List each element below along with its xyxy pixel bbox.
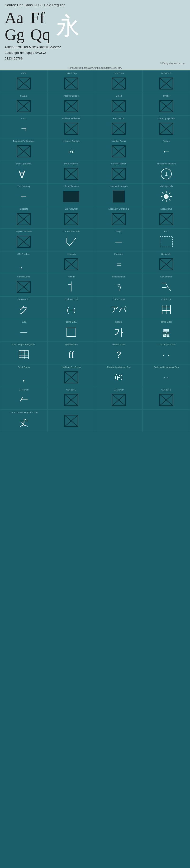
cell-label: Control Pictures (111, 162, 126, 165)
cell-halffull: Half And Full Forms (47, 364, 95, 387)
cell-suppunct: Sup Punctuation (0, 229, 47, 251)
glyph-symbol (16, 76, 31, 92)
cell-label: Enclosed Ideographic Sup (154, 366, 179, 368)
cell-label: CJK Compat Forms (157, 343, 176, 346)
broken-image-icon (64, 258, 78, 271)
cell-label: Jamo Ext B (161, 321, 172, 323)
glyph-symbol (112, 211, 126, 227)
glyph-symbol: ℴ/c (68, 144, 74, 159)
svg-rect-95 (67, 328, 76, 336)
glyph-symbol (112, 392, 126, 408)
broken-image-icon (112, 123, 126, 135)
cell-label: Math Operators (16, 162, 31, 165)
broken-image-icon (16, 213, 31, 225)
glyph-symbol: アパ (111, 302, 126, 318)
cell-hangul: Hangul 가 (95, 319, 143, 342)
cell-diacritics: Diacritics For Symbols (0, 138, 47, 161)
cell-empty3 (143, 409, 190, 432)
broken-image-icon (112, 77, 126, 90)
enclosed-alpha-icon: 🄐 (115, 373, 123, 382)
broken-image-icon (159, 77, 174, 90)
glyph-symbol: 🄐 (115, 370, 123, 385)
cell-label: Misc Technical (64, 162, 78, 165)
cell-label: Greek (116, 95, 122, 97)
glyph-symbol (112, 166, 126, 182)
cell-label: Cyrillic (163, 95, 169, 97)
svg-text:𠂉: 𠂉 (19, 395, 29, 406)
cell-cjkexte: CJK Ext E (143, 387, 190, 409)
cell-cjkcompat2: CJK Compat アパ (95, 297, 143, 319)
comma-icon: , (23, 372, 25, 383)
cell-arrows: Arrows ← (143, 138, 190, 161)
broken-image-icon (16, 145, 31, 157)
broken-image-icon (64, 394, 78, 406)
cell-empty2 (95, 409, 143, 432)
broken-image-icon (16, 100, 31, 112)
svg-line-55 (169, 192, 170, 194)
glyph-symbol (65, 234, 78, 250)
broken-image-icon (64, 415, 78, 427)
broken-image-icon (64, 168, 78, 180)
cell-kanbun: Kanbun (47, 274, 95, 297)
cell-label: Modifier Letters (64, 95, 79, 97)
cell-label: Katakana (114, 253, 123, 255)
cell-bopomofo: Bopomofo (143, 251, 190, 274)
cell-geoshapes: Geometric Shapes (95, 183, 143, 206)
cell-enclosednum: Enclosed Alphanum 1 (143, 161, 190, 183)
glyph-symbol (64, 256, 78, 273)
broken-image-icon (64, 371, 78, 383)
glyph-symbol (159, 211, 174, 227)
cell-enclosedideosup: Enclosed Ideographic Sup · · (143, 364, 190, 387)
radical-icon (65, 236, 78, 248)
broken-image-icon (159, 394, 174, 406)
forall-icon: ∀ (17, 168, 30, 180)
fraction-icon: ℴ/c (68, 148, 74, 154)
glyph-symbol (64, 98, 78, 114)
alphabet-upper: ABCDEFGHIJKLMNOPQRSTUVWXYZ (5, 44, 185, 50)
cell-label: Arrows (163, 140, 169, 142)
glyph-symbol: ＝ (115, 256, 122, 273)
cell-label: Latin Ext A (114, 72, 124, 74)
cell-latinextb: Latin Ext B (143, 70, 190, 93)
cell-label: CJK Symbols (17, 253, 30, 255)
alphabet-lower: abcdefghijklmnopqrstuvwxyz (5, 50, 185, 56)
cell-label: Sup Punctuation (16, 230, 32, 233)
cell-currency: Currency Symbols (143, 116, 190, 138)
cell-e4c: E4C (143, 229, 190, 251)
cell-label: Hangul (115, 321, 122, 323)
cell-label: CJK Ext E (161, 389, 171, 391)
cell-miscsym: Misc Symbols (143, 183, 190, 206)
glyph-symbol (160, 279, 173, 295)
cell-label: Alphabetic PF (65, 343, 78, 346)
cell-label: CJK Ext D (114, 389, 124, 391)
cell-label: Currency Symbols (157, 117, 175, 120)
glyph-symbol (160, 189, 173, 205)
glyph-symbol (112, 144, 126, 159)
svg-line-54 (169, 199, 170, 200)
cell-cjkradicalsup: CJK Radicals Sup (47, 229, 95, 251)
cjkcompat-icon: アパ (111, 304, 126, 315)
broken-image-icon (112, 100, 126, 112)
broken-image-icon (112, 394, 126, 406)
cell-cjk: CJK — (0, 319, 47, 342)
cell-label: CJK Radicals Sup (63, 230, 80, 233)
cell-compatjamo: Compat Jamo (0, 274, 47, 297)
broken-image-icon (112, 168, 126, 180)
cell-label: Box Drawing (17, 185, 30, 187)
not-sign-icon: ¬ (21, 123, 27, 134)
broken-image-icon (64, 123, 78, 135)
equals-icon: ＝ (115, 259, 122, 270)
cell-dingbats: Dingbats (0, 206, 47, 229)
glyph-symbol: 𠂉 (17, 392, 30, 408)
cell-label: Number Forms (112, 140, 126, 142)
glyph-symbol: ¬ (21, 121, 27, 137)
glyph-symbol: ∀ (17, 166, 30, 182)
glyph-symbol: · · (164, 370, 168, 385)
latin-preview: Aa Gg (5, 9, 25, 43)
glyph-symbol (159, 76, 174, 92)
glyph-symbol: — (21, 324, 27, 340)
cell-ipaext: IPA Ext (0, 93, 47, 116)
glyph-symbol (16, 211, 31, 227)
cell-label: CJK Compat Ideographs (12, 343, 36, 346)
cell-mathops: Math Operators ∀ (0, 161, 47, 183)
